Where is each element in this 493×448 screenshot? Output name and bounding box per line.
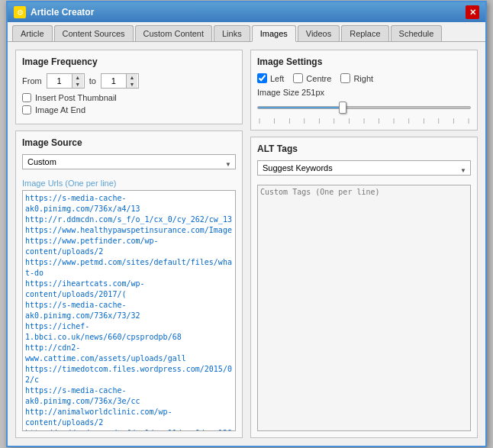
left-align-label: Left [270, 74, 284, 83]
tick-7: | [348, 117, 350, 124]
slider-fill [258, 107, 343, 108]
image-at-end-row: Image At End [22, 105, 236, 114]
size-slider-container [257, 100, 471, 115]
tab-images[interactable]: Images [252, 25, 296, 42]
from-spin-down[interactable]: ▼ [72, 81, 83, 88]
tick-5: | [318, 117, 320, 124]
alt-tags-textarea[interactable] [257, 185, 471, 431]
from-spin-up[interactable]: ▲ [72, 74, 83, 81]
alt-tags-title: ALT Tags [257, 143, 471, 154]
tick-4: | [304, 117, 305, 124]
right-panel: Image Settings Left Centre Right [250, 50, 478, 438]
image-source-section: Image Source Custom Google Images Flickr… [15, 131, 243, 438]
tick-2: | [274, 117, 276, 124]
tick-13: | [438, 117, 440, 124]
to-spin-buttons: ▲ ▼ [126, 74, 137, 88]
tab-custom-content[interactable]: Custom Content [135, 25, 212, 41]
tick-marks: | | | | | | | | | | | | | | | [257, 117, 471, 124]
left-align-checkbox[interactable] [257, 73, 267, 83]
thumbnail-checkbox-row: Insert Post Thumbnail [22, 93, 236, 102]
tick-15: | [468, 117, 469, 124]
image-urls-textarea[interactable]: https://s-media-cache-ak0.pinimg.com/736… [22, 190, 236, 431]
left-align-pair: Left [257, 73, 284, 83]
right-align-label: Right [353, 74, 373, 83]
tick-3: | [288, 117, 290, 124]
alignment-row: Left Centre Right [257, 73, 471, 83]
to-label: to [89, 76, 96, 85]
to-spinbox: ▲ ▼ [101, 73, 139, 89]
right-align-pair: Right [340, 73, 373, 83]
tabs-bar: Article Content Sources Custom Content L… [8, 22, 485, 42]
close-button[interactable]: ✕ [466, 5, 479, 19]
alt-tags-section: ALT Tags Suggest Keywords Custom Tags No… [250, 137, 478, 438]
image-at-end-checkbox[interactable] [22, 105, 31, 114]
urls-label: Image Urls (One per line) [22, 179, 236, 188]
tab-links[interactable]: Links [214, 25, 250, 41]
tick-6: | [334, 117, 335, 124]
right-align-checkbox[interactable] [340, 73, 350, 83]
tick-9: | [379, 117, 380, 124]
window-title: Article Creator [31, 7, 94, 18]
title-bar: ⚙ Article Creator ✕ [8, 2, 485, 22]
tick-11: | [408, 117, 410, 124]
frequency-row: From ▲ ▼ to ▲ ▼ [22, 73, 236, 89]
main-window: ⚙ Article Creator ✕ Article Content Sour… [6, 1, 487, 447]
from-spinbox: ▲ ▼ [47, 73, 85, 89]
main-content: Image Frequency From ▲ ▼ to ▲ [8, 42, 485, 446]
tick-1: | [259, 117, 260, 124]
image-at-end-label: Image At End [35, 105, 85, 114]
tick-14: | [453, 117, 454, 124]
image-frequency-title: Image Frequency [22, 56, 236, 67]
to-spin-up[interactable]: ▲ [127, 74, 137, 81]
image-settings-section: Image Settings Left Centre Right [250, 50, 478, 131]
app-icon: ⚙ [14, 6, 26, 18]
image-size-label: Image Size 251px [257, 88, 471, 97]
to-spin-down[interactable]: ▼ [127, 81, 137, 88]
centre-align-pair: Centre [293, 73, 331, 83]
from-spin-buttons: ▲ ▼ [72, 74, 83, 88]
from-label: From [22, 76, 42, 85]
alt-tags-dropdown[interactable]: Suggest Keywords Custom Tags None [257, 160, 471, 176]
slider-track [257, 106, 471, 109]
tab-article[interactable]: Article [12, 25, 53, 41]
centre-align-checkbox[interactable] [293, 73, 303, 83]
tab-videos[interactable]: Videos [298, 25, 340, 41]
source-dropdown[interactable]: Custom Google Images Flickr Bing Images [22, 154, 236, 169]
source-dropdown-wrapper: Custom Google Images Flickr Bing Images [22, 154, 236, 174]
image-settings-title: Image Settings [257, 56, 471, 67]
tick-10: | [393, 117, 395, 124]
insert-thumbnail-label: Insert Post Thumbnail [35, 93, 117, 102]
tab-schedule[interactable]: Schedule [391, 25, 443, 41]
title-bar-left: ⚙ Article Creator [14, 6, 94, 18]
tab-replace[interactable]: Replace [341, 25, 388, 41]
insert-thumbnail-checkbox[interactable] [22, 93, 31, 102]
slider-thumb[interactable] [339, 102, 346, 114]
to-input[interactable] [102, 76, 126, 86]
tick-12: | [423, 117, 424, 124]
tab-content-sources[interactable]: Content Sources [54, 25, 134, 41]
from-input[interactable] [47, 76, 72, 86]
centre-align-label: Centre [306, 74, 331, 83]
left-panel: Image Frequency From ▲ ▼ to ▲ [15, 50, 243, 438]
image-frequency-section: Image Frequency From ▲ ▼ to ▲ [15, 50, 243, 124]
image-source-title: Image Source [22, 137, 236, 148]
alt-dropdown-wrapper: Suggest Keywords Custom Tags None [257, 160, 471, 180]
tick-8: | [363, 117, 365, 124]
